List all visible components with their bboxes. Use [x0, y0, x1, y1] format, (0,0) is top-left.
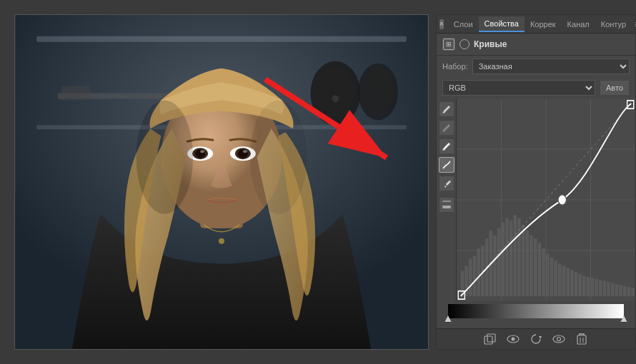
svg-rect-1 [36, 36, 407, 42]
svg-point-21 [136, 100, 194, 213]
panel-menu-icon[interactable]: ≡ [632, 19, 636, 30]
svg-rect-57 [538, 243, 542, 296]
svg-rect-72 [599, 280, 602, 296]
tab-contour[interactable]: Контур [595, 17, 632, 31]
svg-rect-29 [442, 206, 451, 208]
svg-rect-79 [627, 287, 631, 296]
svg-rect-69 [587, 277, 590, 296]
panel-header: ⊞ Кривые [437, 34, 635, 56]
svg-point-15 [200, 150, 204, 153]
tab-corrections[interactable]: Коррек [525, 17, 562, 31]
curve-tool[interactable] [439, 157, 454, 173]
svg-rect-9 [61, 86, 90, 101]
eyedropper-gray-tool[interactable] [439, 120, 454, 136]
svg-marker-28 [444, 186, 447, 188]
svg-rect-73 [603, 281, 607, 296]
svg-rect-68 [582, 276, 586, 296]
svg-rect-47 [497, 228, 501, 296]
auto-button[interactable]: Авто [600, 80, 630, 96]
svg-rect-41 [473, 256, 477, 296]
panel-title: Кривые [474, 39, 507, 49]
svg-rect-30 [442, 201, 451, 202]
svg-marker-89 [539, 336, 542, 339]
svg-rect-40 [469, 258, 472, 296]
channel-select[interactable]: RGB [442, 80, 595, 96]
svg-point-4 [315, 66, 355, 118]
reset-icon[interactable] [529, 333, 543, 345]
svg-point-88 [512, 338, 515, 341]
svg-rect-71 [595, 279, 598, 296]
svg-rect-48 [502, 222, 505, 296]
svg-point-22 [250, 100, 307, 213]
svg-rect-60 [550, 258, 554, 296]
svg-rect-80 [631, 288, 635, 296]
woman-photo [15, 15, 428, 349]
tab-layers[interactable]: Слои [448, 17, 479, 31]
svg-rect-24 [442, 112, 444, 113]
curve-area[interactable] [457, 98, 635, 301]
eye-icon[interactable] [506, 333, 520, 345]
white-output-handle[interactable] [620, 315, 627, 323]
svg-rect-59 [546, 253, 550, 296]
pencil-tool[interactable] [439, 176, 454, 191]
copy-layer-icon[interactable] [483, 333, 497, 345]
bottom-toolbar [437, 328, 635, 349]
svg-rect-75 [611, 283, 615, 295]
svg-rect-65 [570, 270, 574, 296]
tools-panel [437, 98, 457, 301]
svg-rect-62 [558, 263, 562, 295]
delete-icon[interactable] [575, 333, 589, 345]
svg-rect-42 [477, 248, 480, 296]
panel-tabs: × Слои Свойства Коррек Канал Контур ≡ [437, 15, 635, 34]
svg-rect-54 [526, 231, 530, 296]
svg-rect-74 [607, 282, 610, 296]
svg-rect-50 [510, 220, 513, 296]
properties-panel: × Слои Свойства Коррек Канал Контур ≡ ⊞ … [436, 14, 636, 350]
preset-row: Набор: Заказная [437, 56, 635, 77]
svg-point-20 [219, 238, 224, 244]
channel-row: RGB Авто [437, 77, 635, 98]
preset-select[interactable]: Заказная [472, 59, 630, 74]
image-area [14, 14, 429, 350]
svg-point-90 [553, 335, 565, 343]
preset-label: Набор: [442, 62, 468, 71]
main-container: × Слои Свойства Коррек Канал Контур ≡ ⊞ … [0, 0, 636, 364]
svg-point-7 [362, 67, 394, 113]
tab-channels[interactable]: Канал [562, 17, 595, 31]
svg-rect-67 [578, 274, 582, 296]
svg-rect-86 [487, 334, 495, 342]
output-gradient-slider[interactable] [448, 304, 624, 318]
svg-rect-46 [493, 236, 497, 296]
black-output-handle[interactable] [444, 315, 452, 323]
svg-rect-56 [534, 238, 537, 296]
svg-rect-64 [566, 268, 570, 296]
layer-mask-icon [459, 39, 469, 49]
visibility-icon[interactable] [552, 333, 566, 345]
svg-rect-85 [485, 336, 492, 344]
tools-curve-area [437, 98, 635, 301]
svg-rect-51 [514, 215, 517, 296]
svg-rect-27 [445, 180, 451, 186]
tab-properties[interactable]: Свойства [479, 16, 525, 32]
eyedropper-white-tool[interactable] [439, 138, 454, 154]
svg-rect-66 [575, 272, 578, 296]
svg-point-5 [332, 96, 339, 103]
svg-rect-61 [554, 261, 557, 296]
svg-point-82 [558, 195, 566, 205]
svg-rect-26 [442, 149, 444, 151]
svg-rect-49 [505, 218, 509, 296]
svg-rect-78 [623, 286, 627, 296]
svg-rect-77 [619, 285, 622, 296]
svg-rect-55 [530, 236, 533, 296]
curve-svg [457, 98, 635, 301]
grid-icon: ⊞ [443, 39, 454, 50]
svg-point-19 [243, 150, 247, 153]
svg-rect-76 [615, 284, 619, 296]
svg-rect-70 [591, 278, 595, 296]
svg-rect-53 [522, 226, 525, 296]
svg-rect-92 [577, 335, 586, 344]
eyedropper-black-tool[interactable] [439, 101, 454, 117]
svg-rect-58 [542, 248, 545, 296]
sample-tool[interactable] [439, 197, 454, 213]
close-button[interactable]: × [439, 19, 444, 29]
